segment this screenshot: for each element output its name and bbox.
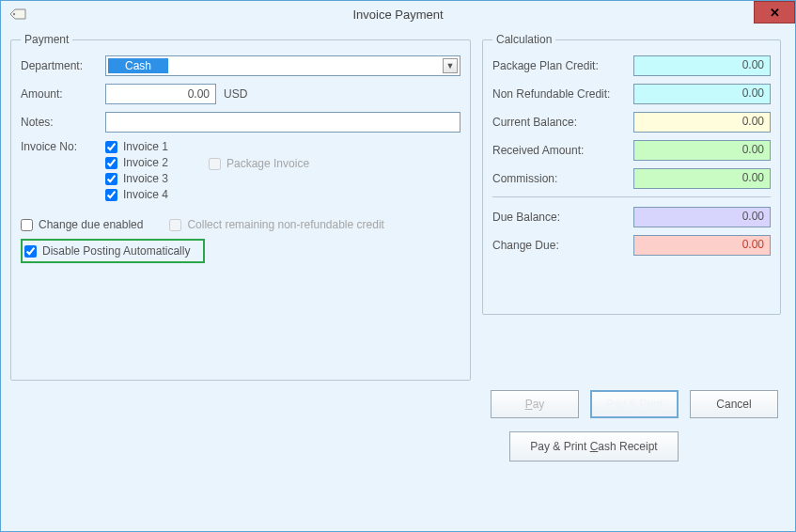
invoice-check-3[interactable] [105, 173, 117, 185]
collect-remaining-label: Collect remaining non-refundable credit [187, 218, 383, 231]
payment-legend: Payment [21, 33, 72, 46]
invoice-no-label: Invoice No: [21, 140, 105, 153]
due-balance-label: Due Balance: [492, 211, 633, 224]
calculation-legend: Calculation [492, 33, 555, 46]
package-invoice-label: Package Invoice [226, 157, 309, 170]
received-amount-label: Received Amount: [492, 144, 633, 157]
collect-remaining-check [169, 219, 181, 231]
invoice-label-3: Invoice 3 [123, 172, 168, 185]
titlebar: Invoice Payment ✕ [1, 1, 795, 27]
package-plan-credit-label: Package Plan Credit: [492, 59, 633, 72]
disable-posting-label: Disable Posting Automatically [42, 244, 190, 258]
package-invoice-checkbox: Package Invoice [209, 157, 309, 170]
currency-label: USD [224, 87, 247, 101]
department-label: Department: [21, 59, 105, 72]
non-refundable-credit-value: 0.00 [633, 84, 771, 104]
calculation-group: Calculation Package Plan Credit: 0.00 No… [482, 33, 781, 315]
disable-posting-checkbox[interactable]: Disable Posting Automatically [24, 244, 190, 258]
svg-point-0 [13, 13, 15, 15]
invoice-checkbox-1[interactable]: Invoice 1 [105, 140, 199, 153]
package-invoice-check [209, 158, 221, 170]
app-tag-icon [7, 5, 29, 23]
invoice-checkbox-2[interactable]: Invoice 2 [105, 156, 199, 169]
invoice-label-2: Invoice 2 [123, 156, 168, 169]
disable-posting-check[interactable] [24, 245, 37, 258]
department-select[interactable]: Cash ▼ [105, 55, 460, 76]
content-area: Payment Department: Cash ▼ Amount: USD N… [1, 27, 795, 381]
calc-separator [492, 196, 771, 197]
change-due-value: 0.00 [633, 235, 771, 256]
invoice-check-2[interactable] [105, 157, 117, 169]
package-plan-credit-value: 0.00 [633, 55, 771, 76]
invoice-checkbox-3[interactable]: Invoice 3 [105, 172, 199, 185]
due-balance-value: 0.00 [633, 207, 771, 227]
invoice-list: Invoice 1 Invoice 2 Invoice 3 Invoice 4 [105, 140, 199, 201]
cancel-button[interactable]: Cancel [690, 390, 778, 418]
collect-remaining-checkbox: Collect remaining non-refundable credit [169, 218, 383, 231]
change-due-enabled-label: Change due enabled [39, 218, 143, 231]
notes-label: Notes: [21, 116, 105, 129]
pay-and-print-cash-receipt-button[interactable]: Pay & Print Cash Receipt [509, 431, 679, 462]
close-button[interactable]: ✕ [754, 1, 795, 23]
payment-group: Payment Department: Cash ▼ Amount: USD N… [10, 33, 471, 381]
current-balance-label: Current Balance: [492, 116, 633, 129]
notes-input[interactable] [105, 112, 460, 133]
invoice-check-1[interactable] [105, 141, 117, 153]
change-due-enabled-checkbox[interactable]: Change due enabled [21, 218, 143, 231]
amount-input[interactable] [105, 84, 216, 104]
invoice-payment-window: Invoice Payment ✕ Payment Department: Ca… [0, 0, 796, 532]
invoice-label-4: Invoice 4 [123, 188, 168, 201]
secondary-button-row: Pay & Print Cash Receipt [509, 431, 679, 462]
disable-posting-highlight: Disable Posting Automatically [21, 239, 205, 263]
chevron-down-icon: ▼ [443, 58, 458, 73]
close-icon: ✕ [770, 6, 780, 20]
received-amount-value: 0.00 [633, 140, 771, 161]
commission-value: 0.00 [633, 168, 771, 189]
window-title: Invoice Payment [352, 8, 443, 22]
main-button-row: Pay Pay & Print Cancel [491, 390, 778, 418]
current-balance-value: 0.00 [633, 112, 771, 133]
invoice-checkbox-4[interactable]: Invoice 4 [105, 188, 199, 201]
non-refundable-credit-label: Non Refundable Credit: [492, 87, 633, 101]
change-due-label: Change Due: [492, 239, 633, 252]
invoice-label-1: Invoice 1 [123, 140, 168, 153]
commission-label: Commission: [492, 172, 633, 185]
department-value: Cash [108, 58, 168, 73]
pay-and-print-button[interactable]: Pay & Print [590, 390, 679, 418]
pay-button[interactable]: Pay [491, 390, 579, 418]
change-due-enabled-check[interactable] [21, 219, 33, 231]
amount-label: Amount: [21, 87, 105, 101]
invoice-check-4[interactable] [105, 189, 117, 201]
